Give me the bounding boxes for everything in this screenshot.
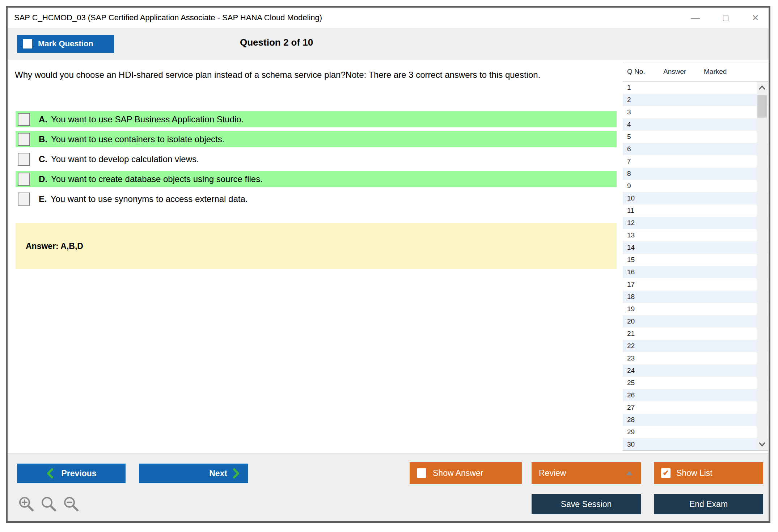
question-list-row[interactable]: 25 [623,377,768,389]
mark-question-button[interactable]: Mark Question [17,35,114,53]
question-number: 19 [627,305,635,313]
question-list-row[interactable]: 17 [623,278,768,291]
question-list-row[interactable]: 5 [623,131,768,143]
question-number: 25 [627,379,635,387]
answer-option[interactable]: E.You want to use synonyms to access ext… [16,191,617,207]
next-button[interactable]: Next [139,464,248,483]
question-list-row[interactable]: 11 [623,204,768,217]
question-list-row[interactable]: 27 [623,401,768,414]
question-number: 18 [627,293,635,300]
chevron-right-icon [232,468,240,478]
question-number: 9 [627,182,631,190]
save-session-button[interactable]: Save Session [532,494,641,514]
option-checkbox[interactable] [18,113,30,126]
question-number: 15 [627,256,635,263]
option-letter: C. [39,154,47,164]
question-list-row[interactable]: 26 [623,389,768,401]
footer-bar: Previous Next Show Answer Review ✔ Show … [8,453,769,521]
save-session-label: Save Session [561,499,612,509]
option-text: You want to create database objects usin… [51,174,263,184]
show-list-label: Show List [676,468,713,478]
question-list-panel: Q No. Answer Marked 12345678910111213141… [623,62,768,451]
question-list-row[interactable]: 14 [623,241,768,254]
question-list-row[interactable]: 6 [623,143,768,155]
scroll-down-icon[interactable] [757,439,768,450]
column-marked: Marked [704,68,768,76]
answer-option[interactable]: C.You want to develop calculation views. [16,151,617,167]
column-answer: Answer [663,68,704,76]
show-answer-button[interactable]: Show Answer [410,462,522,484]
question-list-row[interactable]: 9 [623,180,768,192]
maximize-icon[interactable]: □ [723,13,728,22]
show-list-checkbox[interactable]: ✔ [661,468,671,478]
scrollbar-thumb[interactable] [757,95,767,118]
question-list-row[interactable]: 13 [623,229,768,241]
question-number: 27 [627,404,635,411]
question-list-row[interactable]: 23 [623,352,768,364]
zoom-in-icon[interactable] [18,495,35,513]
question-list-row[interactable]: 16 [623,266,768,278]
answer-option[interactable]: B.You want to use containers to isolate … [16,131,617,147]
question-list-row[interactable]: 20 [623,315,768,328]
question-list-row[interactable]: 1 [623,81,768,94]
question-number: 26 [627,391,635,399]
option-text: You want to develop calculation views. [51,154,199,164]
option-letter: E. [39,194,47,204]
show-list-button[interactable]: ✔ Show List [654,462,763,484]
question-number: 5 [627,133,631,140]
question-list-row[interactable]: 7 [623,155,768,168]
show-answer-checkbox[interactable] [417,468,426,478]
question-list-row[interactable]: 29 [623,426,768,438]
question-list-row[interactable]: 12 [623,217,768,229]
answer-option[interactable]: A.You want to use SAP Business Applicati… [16,111,617,127]
mark-question-checkbox[interactable] [23,39,32,48]
previous-button[interactable]: Previous [17,464,126,483]
question-number: 1 [627,84,631,91]
option-checkbox[interactable] [18,173,30,186]
end-exam-button[interactable]: End Exam [654,494,763,514]
question-list-row[interactable]: 22 [623,340,768,352]
review-button[interactable]: Review [532,462,641,484]
zoom-out-icon[interactable] [63,495,80,513]
question-number: 16 [627,268,635,276]
question-list-row[interactable]: 24 [623,364,768,377]
close-icon[interactable]: ✕ [752,13,759,22]
question-number: 24 [627,367,635,374]
question-text: Why would you choose an HDI-shared servi… [15,68,579,81]
window-title: SAP C_HCMOD_03 (SAP Certified Applicatio… [8,13,322,22]
question-list-header: Q No. Answer Marked [623,62,768,81]
scroll-up-icon[interactable] [757,82,768,93]
question-list-row[interactable]: 4 [623,118,768,131]
question-list-row[interactable]: 18 [623,291,768,303]
question-number: 3 [627,108,631,116]
option-checkbox[interactable] [18,193,30,206]
question-list-row[interactable]: 28 [623,414,768,426]
question-list-row[interactable]: 19 [623,303,768,315]
question-list-row[interactable]: 3 [623,106,768,118]
question-number: 10 [627,194,635,202]
option-checkbox[interactable] [18,133,30,146]
question-number: 12 [627,219,635,227]
title-bar: SAP C_HCMOD_03 (SAP Certified Applicatio… [8,8,769,28]
question-number: 6 [627,145,631,153]
question-list-row[interactable]: 30 [623,438,768,451]
question-number: 11 [627,207,634,214]
question-list-row[interactable]: 10 [623,192,768,204]
zoom-reset-icon[interactable] [40,495,58,513]
question-number: 4 [627,121,631,128]
show-answer-label: Show Answer [433,468,483,478]
question-number: 20 [627,317,635,325]
option-checkbox[interactable] [18,153,30,166]
question-list-row[interactable]: 8 [623,168,768,180]
zoom-tools [18,495,80,513]
minimize-icon[interactable]: — [691,13,700,22]
window-controls: — □ ✕ [691,8,759,28]
answer-option[interactable]: D.You want to create database objects us… [16,171,617,187]
header-band: Mark Question Question 2 of 10 [8,28,769,60]
question-list-row[interactable]: 15 [623,254,768,266]
question-list-scrollbar[interactable] [757,81,768,451]
question-list-row[interactable]: 2 [623,94,768,106]
question-list-row[interactable]: 21 [623,328,768,340]
option-letter: A. [39,114,47,124]
question-number: 28 [627,416,635,423]
